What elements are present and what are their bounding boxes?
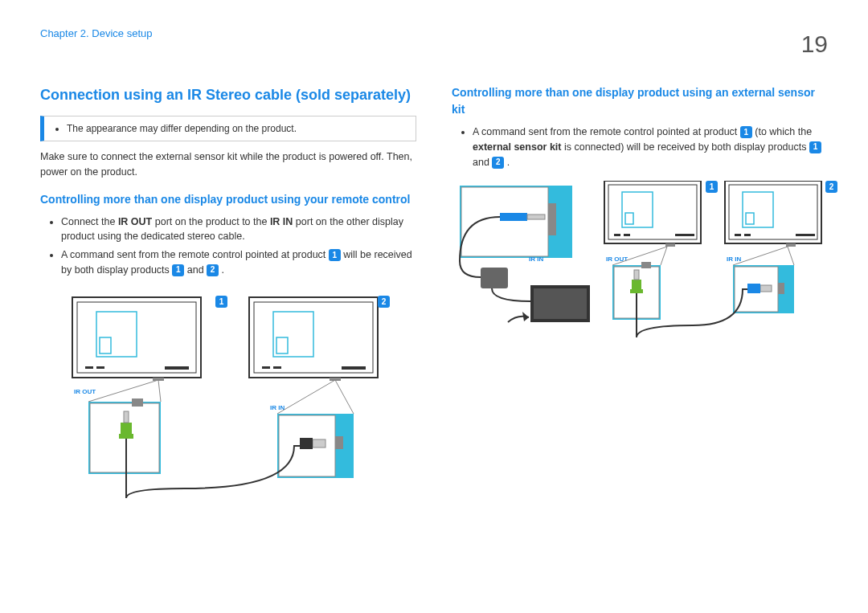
appearance-note: The appearance may differ depending on t… [40,116,416,141]
svg-rect-80 [760,285,772,292]
svg-line-28 [158,380,161,402]
svg-rect-32 [335,436,343,449]
svg-rect-73 [634,270,639,280]
list-item: A command sent from the remote control p… [473,125,828,170]
svg-rect-14 [262,366,270,369]
svg-rect-6 [165,366,189,370]
page-header: Chapter 2. Device setup 19 [40,26,828,62]
svg-text:2: 2 [829,182,834,191]
svg-rect-34 [300,438,313,449]
svg-rect-64 [796,234,815,236]
subsection-title-sensor: Controlling more than one display produc… [452,84,828,118]
svg-text:1: 1 [219,297,224,306]
badge-1: 1 [329,249,341,261]
diagram-svg: 1 2 IR OUT IR IN [40,289,394,498]
svg-text:2: 2 [382,297,387,306]
svg-rect-40 [500,213,527,221]
svg-line-75 [661,247,667,265]
svg-rect-24 [132,398,143,407]
list-item: Connect the IR OUT port on the product t… [61,215,416,245]
svg-rect-44 [534,288,587,319]
svg-rect-54 [665,243,675,247]
svg-rect-61 [746,213,754,224]
svg-text:IR IN: IR IN [529,255,543,263]
svg-line-36 [277,380,335,414]
svg-line-82 [788,247,794,265]
subsection-title-remote: Controlling more than one display produc… [40,191,416,208]
svg-rect-81 [747,284,760,293]
svg-rect-71 [641,262,651,268]
svg-rect-62 [735,234,741,236]
svg-rect-60 [743,192,773,227]
diagram-svg: IR IN 1 IR OUT [452,181,837,374]
svg-rect-41 [527,215,545,219]
svg-text:1: 1 [710,182,714,191]
instruction-list: A command sent from the remote control p… [452,125,828,170]
svg-rect-26 [124,411,129,423]
svg-rect-38 [461,187,548,256]
svg-rect-25 [121,423,132,434]
svg-rect-72 [632,280,641,289]
svg-rect-3 [100,337,111,353]
svg-rect-53 [675,234,694,236]
svg-line-29 [88,380,158,402]
svg-text:IR OUT: IR OUT [606,255,628,263]
svg-rect-4 [85,366,93,369]
svg-text:IR OUT: IR OUT [74,388,96,395]
page-number: 19 [801,26,828,62]
svg-rect-65 [786,243,796,247]
svg-rect-12 [273,312,313,357]
svg-rect-27 [119,434,133,439]
svg-rect-15 [273,366,281,369]
chapter-label: Chapter 2. Device setup [40,26,152,42]
svg-rect-79 [778,283,784,294]
badge-2: 2 [492,157,504,169]
svg-rect-52 [624,234,630,236]
badge-1: 1 [740,126,752,138]
svg-line-35 [335,380,354,414]
svg-rect-49 [622,192,653,227]
right-column: Controlling more than one display produc… [452,84,828,498]
svg-rect-16 [342,366,366,370]
svg-rect-74 [630,289,643,293]
left-column: Connection using an IR Stereo cable (sol… [40,84,416,498]
svg-rect-2 [96,312,137,357]
diagram-remote-control: 1 2 IR OUT IR IN [40,289,416,498]
diagram-sensor-kit: IR IN 1 IR OUT [452,181,828,374]
svg-rect-33 [313,439,326,447]
svg-rect-39 [548,203,556,235]
badge-1: 1 [809,141,821,153]
svg-text:IR IN: IR IN [727,255,741,263]
svg-rect-5 [96,366,104,369]
svg-rect-13 [276,337,288,353]
content-columns: Connection using an IR Stereo cable (sol… [40,84,828,498]
instruction-list: Connect the IR OUT port on the product t… [40,215,416,278]
badge-2: 2 [207,264,219,276]
svg-rect-42 [481,268,508,288]
svg-rect-50 [625,213,633,224]
intro-text: Make sure to connect the external sensor… [40,149,416,180]
svg-rect-63 [744,234,751,236]
svg-rect-51 [614,234,620,236]
list-item: A command sent from the remote control p… [61,247,416,278]
badge-1: 1 [172,264,184,276]
note-text: The appearance may differ depending on t… [67,121,406,136]
svg-marker-45 [522,312,529,321]
section-title: Connection using an IR Stereo cable (sol… [40,84,416,106]
